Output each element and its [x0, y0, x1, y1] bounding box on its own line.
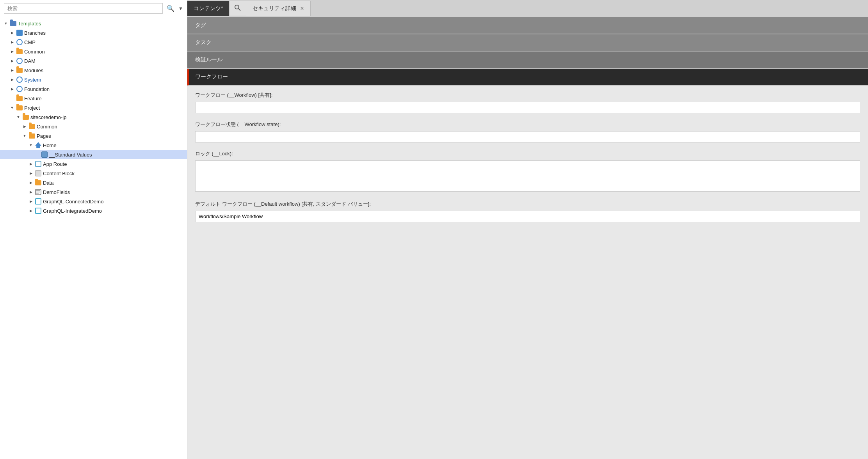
- tree-item-common-mid[interactable]: ▶ Common: [0, 122, 187, 131]
- svg-rect-3: [36, 193, 39, 194]
- tab-contents[interactable]: コンテンツ*: [187, 1, 229, 16]
- section-tag[interactable]: タグ: [187, 17, 868, 34]
- tree-item-content-block[interactable]: ▶ Content Block: [0, 169, 187, 178]
- field-input-workflow-shared[interactable]: [195, 102, 860, 113]
- toggle-demofields[interactable]: ▶: [28, 189, 34, 195]
- svg-rect-1: [36, 190, 40, 191]
- toggle-project[interactable]: ▼: [9, 105, 15, 110]
- field-label-workflow-state: ワークフロー状態 (__Workflow state):: [195, 121, 860, 128]
- tree-item-standard-values[interactable]: ▶ __Standard Values: [0, 150, 187, 159]
- toggle-content-block[interactable]: ▶: [28, 171, 34, 176]
- standard-icon-standard-values: [41, 151, 48, 158]
- tree-label-feature: Feature: [24, 96, 42, 101]
- tree-label-dam: DAM: [24, 58, 36, 64]
- section-validation[interactable]: 検証ルール: [187, 52, 868, 68]
- toggle-graphql-connected[interactable]: ▶: [28, 199, 34, 204]
- toggle-branches[interactable]: ▶: [9, 30, 15, 36]
- tab-security[interactable]: セキュリティ詳細 ✕: [246, 1, 311, 16]
- tree-item-foundation[interactable]: ▶ Foundation: [0, 84, 187, 94]
- section-workflow[interactable]: ワークフロー: [187, 69, 868, 85]
- globe-icon-cmp: [16, 39, 23, 46]
- section-validation-label: 検証ルール: [195, 56, 222, 62]
- demofields-icon: [35, 189, 42, 196]
- dropdown-arrow-button[interactable]: ▼: [178, 6, 183, 11]
- toggle-home[interactable]: ▼: [28, 142, 34, 148]
- field-value-default-workflow: Workflows/Sample Workflow: [195, 211, 860, 222]
- section-workflow-label: ワークフロー: [195, 73, 228, 80]
- tree-item-feature[interactable]: ▶ Feature: [0, 94, 187, 103]
- tree-label-content-block: Content Block: [43, 171, 75, 176]
- toggle-common-top[interactable]: ▶: [9, 49, 15, 54]
- tree-item-branches[interactable]: ▶ Branches: [0, 28, 187, 37]
- toggle-common-mid[interactable]: ▶: [22, 124, 27, 129]
- tree-item-dam[interactable]: ▶ DAM: [0, 56, 187, 66]
- tree-item-sitecoredemo-jp[interactable]: ▼ sitecoredemo-jp: [0, 112, 187, 122]
- field-group-default-workflow: デフォルト ワークフロー (__Default workflow) [共有, ス…: [195, 201, 860, 222]
- tab-search[interactable]: [229, 1, 246, 16]
- folder-icon-feature: [16, 95, 23, 102]
- toggle-templates[interactable]: ▼: [3, 21, 9, 26]
- field-input-workflow-state[interactable]: [195, 131, 860, 142]
- right-panel: コンテンツ* セキュリティ詳細 ✕ タグ タスク 検証ルール: [187, 0, 868, 459]
- graphql-integrated-icon: [35, 207, 42, 214]
- tree-item-templates[interactable]: ▼ Templates: [0, 19, 187, 28]
- tree-item-demofields[interactable]: ▶ DemoFields: [0, 187, 187, 197]
- field-group-workflow-state: ワークフロー状態 (__Workflow state):: [195, 121, 860, 142]
- field-section-workflow: ワークフロー (__Workflow) [共有]: ワークフロー状態 (__Wo…: [187, 85, 868, 236]
- toggle-modules[interactable]: ▶: [9, 68, 15, 73]
- tree-item-system[interactable]: ▶ System: [0, 75, 187, 84]
- tree-label-modules: Modules: [24, 68, 43, 73]
- app-route-icon: [35, 160, 42, 167]
- toggle-system[interactable]: ▶: [9, 77, 15, 82]
- tree-label-branches: Branches: [24, 30, 46, 36]
- toggle-app-route[interactable]: ▶: [28, 161, 34, 167]
- field-label-lock: ロック (__Lock):: [195, 150, 860, 157]
- tab-close-security[interactable]: ✕: [300, 6, 304, 11]
- globe-icon-dam: [16, 57, 23, 64]
- tree-label-system: System: [24, 77, 41, 83]
- tree-label-project: Project: [24, 105, 40, 111]
- left-panel: 🔍 ▼ ▼ Templates ▶ Branches ▶ CMP: [0, 0, 187, 459]
- field-input-lock[interactable]: [195, 160, 860, 192]
- tree-item-app-route[interactable]: ▶ App Route: [0, 159, 187, 169]
- toggle-foundation[interactable]: ▶: [9, 86, 15, 92]
- graphql-connected-icon: [35, 198, 42, 205]
- search-input[interactable]: [4, 3, 163, 14]
- tabs-bar: コンテンツ* セキュリティ詳細 ✕: [187, 0, 868, 17]
- folder-icon-common-top: [16, 48, 23, 55]
- tree-item-cmp[interactable]: ▶ CMP: [0, 37, 187, 47]
- tree-item-home[interactable]: ▼ Home: [0, 141, 187, 150]
- toggle-cmp[interactable]: ▶: [9, 39, 15, 45]
- svg-point-4: [235, 5, 239, 9]
- tree-item-data[interactable]: ▶ Data: [0, 178, 187, 187]
- toggle-graphql-integrated[interactable]: ▶: [28, 208, 34, 213]
- tree-label-cmp: CMP: [24, 39, 36, 45]
- svg-line-5: [238, 9, 240, 11]
- tree-item-pages[interactable]: ▼ Pages: [0, 131, 187, 141]
- toggle-dam[interactable]: ▶: [9, 58, 15, 64]
- tree-item-common-top[interactable]: ▶ Common: [0, 47, 187, 56]
- section-task[interactable]: タスク: [187, 34, 868, 51]
- tree-label-foundation: Foundation: [24, 86, 50, 92]
- tree-item-graphql-connected[interactable]: ▶ GraphQL-ConnectedDemo: [0, 197, 187, 206]
- globe-icon-foundation: [16, 85, 23, 93]
- tree-label-graphql-connected: GraphQL-ConnectedDemo: [43, 199, 103, 205]
- tree-item-project[interactable]: ▼ Project: [0, 103, 187, 112]
- home-icon-home: [35, 142, 42, 149]
- search-button[interactable]: 🔍: [165, 3, 176, 14]
- tab-contents-label: コンテンツ*: [194, 5, 223, 12]
- toggle-sitecoredemo-jp[interactable]: ▼: [16, 114, 21, 120]
- tree-item-graphql-integrated[interactable]: ▶ GraphQL-IntegratedDemo: [0, 206, 187, 215]
- globe-icon-system: [16, 76, 23, 83]
- toggle-data[interactable]: ▶: [28, 180, 34, 185]
- field-label-workflow-shared: ワークフロー (__Workflow) [共有]:: [195, 92, 860, 99]
- section-task-label: タスク: [195, 39, 212, 45]
- toggle-pages[interactable]: ▼: [22, 133, 27, 139]
- svg-rect-2: [36, 192, 40, 192]
- content-area: タグ タスク 検証ルール ワークフロー ワークフロー (__Workflow) …: [187, 17, 868, 459]
- tree-label-common-mid: Common: [37, 124, 57, 130]
- folder-icon-templates: [10, 20, 17, 27]
- tree-label-demofields: DemoFields: [43, 189, 70, 195]
- tree-item-modules[interactable]: ▶ Modules: [0, 66, 187, 75]
- folder-icon-sitecoredemo-jp: [22, 114, 29, 121]
